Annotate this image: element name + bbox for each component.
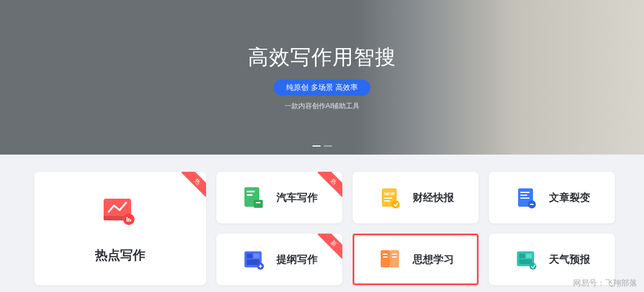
card-label: 热点写作	[95, 247, 145, 264]
svg-point-12	[392, 200, 400, 208]
svg-rect-22	[247, 259, 259, 265]
svg-rect-20	[247, 254, 252, 258]
card-label: 天气预报	[549, 252, 590, 266]
doc-blue-icon	[513, 185, 539, 210]
svg-text:NEW: NEW	[384, 191, 395, 196]
hero-title: 高效写作用智搜	[248, 44, 396, 72]
svg-rect-26	[383, 254, 388, 255]
card-finance-news[interactable]: NEW 财经快报	[353, 172, 479, 223]
svg-rect-4	[247, 191, 255, 192]
svg-rect-33	[519, 259, 532, 264]
monitor-chart-icon	[100, 193, 140, 233]
book-orange-icon	[377, 247, 402, 272]
svg-rect-14	[520, 192, 530, 193]
card-article-split[interactable]: 文章裂变	[489, 172, 615, 223]
card-outline-writing[interactable]: 新 提纲写作	[216, 234, 342, 285]
card-label: 文章裂变	[549, 191, 590, 204]
svg-rect-31	[519, 254, 525, 258]
svg-rect-21	[254, 254, 259, 258]
svg-rect-27	[383, 257, 388, 258]
svg-rect-18	[530, 204, 534, 205]
card-label: 汽车写作	[276, 191, 318, 204]
svg-rect-32	[526, 254, 532, 258]
book-green-icon	[241, 185, 266, 210]
watermark: 网易号：飞翔部落	[573, 278, 637, 289]
card-label: 思想学习	[413, 252, 454, 266]
hero-subtitle: 一款内容创作AI辅助工具	[285, 101, 359, 111]
doc-yellow-icon: NEW	[377, 185, 402, 210]
carousel-dots[interactable]	[313, 145, 332, 147]
svg-rect-28	[392, 254, 397, 255]
layout-blue-icon	[241, 247, 266, 272]
card-thought-study[interactable]: 思想学习	[353, 234, 479, 285]
hero-pill: 纯原创 多场景 高效率	[274, 80, 370, 96]
svg-rect-11	[384, 200, 390, 202]
card-hot-writing[interactable]: 热 热点写作	[34, 172, 206, 285]
ribbon-hot: 热	[317, 172, 342, 197]
panel-teal-icon	[513, 247, 539, 272]
svg-rect-29	[392, 257, 397, 258]
svg-point-34	[530, 263, 536, 270]
svg-rect-10	[384, 198, 392, 199]
svg-rect-15	[520, 195, 527, 196]
svg-rect-24	[381, 250, 390, 267]
dot-1[interactable]	[313, 145, 321, 147]
card-label: 财经快报	[413, 191, 454, 204]
svg-rect-16	[520, 198, 530, 199]
card-weather-forecast[interactable]: 天气预报	[489, 234, 615, 285]
hero-banner: 高效写作用智搜 纯原创 多场景 高效率 一款内容创作AI辅助工具	[0, 0, 644, 155]
svg-rect-25	[390, 250, 399, 267]
ribbon-new: 新	[317, 234, 342, 259]
ribbon-hot: 热	[181, 172, 206, 197]
card-car-writing[interactable]: 热 汽车写作	[216, 172, 342, 223]
card-label: 提纲写作	[276, 252, 318, 266]
dot-2[interactable]	[324, 145, 332, 147]
svg-rect-6	[254, 200, 263, 208]
svg-rect-5	[247, 194, 252, 196]
svg-rect-7	[256, 202, 260, 203]
